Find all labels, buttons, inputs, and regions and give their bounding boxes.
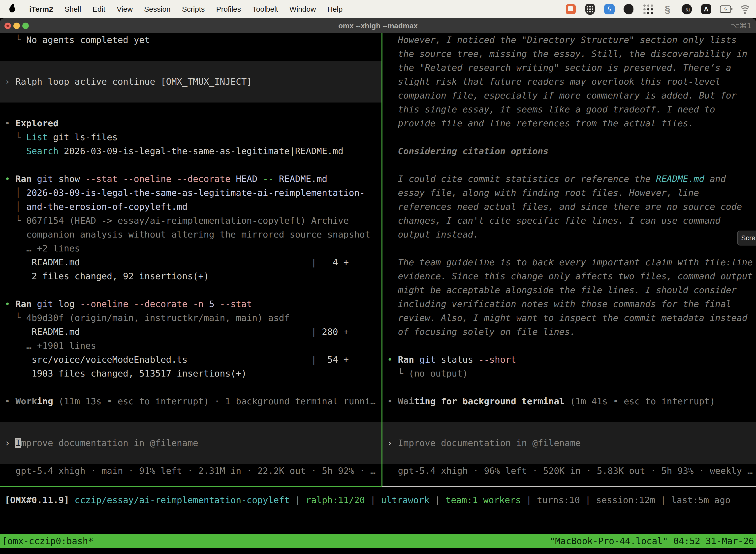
menu-item-iterm2[interactable]: iTerm2: [29, 5, 53, 13]
reasoning-heading: Considering citation options: [382, 144, 756, 158]
terminal-line: [0, 408, 381, 422]
terminal-line: • Ran git show --stat --oneline --decora…: [0, 172, 381, 186]
terminal-line: [382, 422, 756, 436]
menu-items: iTerm2 Shell Edit View Session Scripts P…: [29, 5, 342, 13]
terminal-line: the "Related research writing" section i…: [382, 61, 756, 75]
terminal-line: [0, 103, 381, 116]
omx-status-line: [OMX#0.11.9] cczip/essay/ai-reimplementa…: [0, 493, 756, 507]
battery-icon[interactable]: ϟ: [720, 3, 731, 15]
terminal-line: [0, 381, 381, 394]
terminal-line: [382, 408, 756, 422]
terminal-line: … +1901 lines: [0, 339, 381, 353]
terminal-line: Search 2026-03-09-is-legal-the-same-as-l…: [0, 144, 381, 158]
terminal-line: [382, 130, 756, 144]
terminal-line: including verification notes with those …: [382, 297, 756, 311]
terminal-line: • Ran git log --oneline --decorate -n 5 …: [0, 297, 381, 311]
terminal-line: might be acceptable alongside the file l…: [382, 283, 756, 297]
dots-grid-icon[interactable]: [642, 3, 654, 15]
terminal-line: However, I noticed the "Directory Struct…: [382, 33, 756, 47]
terminal-line: slight risk that future readers may over…: [382, 75, 756, 89]
terminal-line: The team guideline is to back every impo…: [382, 256, 756, 269]
right-pane: However, I noticed the "Directory Struct…: [382, 33, 756, 486]
window-titlebar: omx --xhigh --madmax ⌥⌘1: [0, 18, 756, 33]
terminal-line: [0, 158, 381, 172]
terminal-line: └ No agents completed yet: [0, 33, 381, 47]
prompt-input[interactable]: › Improve documentation in @filename: [382, 436, 756, 450]
wifi-icon[interactable]: [739, 3, 751, 15]
terminal-line: 1903 files changed, 513517 insertions(+): [0, 367, 381, 381]
terminal-line: README.md | 280 +: [0, 325, 381, 339]
terminal-line: evidence. Since this change only affects…: [382, 269, 756, 283]
terminal-line: [382, 381, 756, 394]
terminal-line: references need actual files, and since …: [382, 200, 756, 214]
terminal-line: companion file, especially if more comme…: [382, 89, 756, 103]
terminal-line: │ and-the-erosion-of-copyleft.md: [0, 200, 381, 214]
omx-status-bar: [OMX#0.11.9] cczip/essay/ai-reimplementa…: [0, 487, 756, 534]
tmux-status-bar: [omx-cczip0:bash* "MacBook-Pro-44.local"…: [0, 534, 756, 548]
terminal-line: [0, 47, 381, 61]
terminal-line: [0, 450, 381, 464]
lightning-app-icon[interactable]: ϟ: [604, 3, 615, 15]
terminal-line: the source tree, missing the essay. Stil…: [382, 47, 756, 61]
menu-item-scripts[interactable]: Scripts: [182, 5, 205, 13]
terminal-line: companion analysis without altering the …: [0, 228, 381, 241]
terminal-line: gpt-5.4 xhigh · 96% left · 520K in · 5.8…: [382, 464, 756, 478]
terminal-line: [382, 339, 756, 353]
menu-item-window[interactable]: Window: [290, 5, 316, 13]
terminal-line: src/voice/voiceModeEnabled.ts | 54 +: [0, 353, 381, 367]
left-pane: └ No agents completed yet› Ralph loop ac…: [0, 33, 381, 486]
terminal-line: 2 files changed, 92 insertions(+): [0, 269, 381, 283]
terminal-line: [0, 422, 381, 436]
status-icons: ϟ § ..61 A ϟ: [565, 3, 751, 15]
terminal-line: • Working (11m 13s • esc to interrupt) ·…: [0, 394, 381, 408]
tmux-session-label: [omx-cczip0:bash*: [0, 534, 93, 548]
menu-item-profiles[interactable]: Profiles: [216, 5, 241, 13]
apple-menu-icon[interactable]: [9, 6, 15, 12]
menu-item-edit[interactable]: Edit: [92, 5, 106, 13]
prompt-input[interactable]: › Improve documentation in @filename: [0, 436, 381, 450]
terminal-line: gpt-5.4 xhigh · main · 91% left · 2.31M …: [0, 464, 381, 478]
screen-notification[interactable]: Scre: [737, 231, 756, 245]
window-shortcut-badge: ⌥⌘1: [731, 21, 752, 30]
terminal-line: I could cite commit statistics or refere…: [382, 172, 756, 186]
terminal-line: └ 4b9d30f (origin/main, instructkr/main,…: [0, 311, 381, 325]
terminal-line: [0, 283, 381, 297]
squiggle-icon[interactable]: §: [662, 3, 673, 15]
keypad-shield-icon[interactable]: [584, 3, 596, 15]
terminal-line: changes, I can't cite specific file line…: [382, 214, 756, 228]
terminal-line: output instead.: [382, 228, 756, 241]
a-app-icon[interactable]: A: [700, 3, 712, 15]
terminal-line: └ 067f154 (HEAD -> essay/ai-reimplementa…: [0, 214, 381, 228]
menu-item-help[interactable]: Help: [327, 5, 343, 13]
terminal-line: • Waiting for background terminal (1m 41…: [382, 394, 756, 408]
menu-item-shell[interactable]: Shell: [64, 5, 81, 13]
terminal-line: of focusing solely on file lines.: [382, 325, 756, 339]
desktop: iTerm2 Shell Edit View Session Scripts P…: [0, 0, 756, 554]
terminal-line: [0, 89, 381, 103]
ralph-loop-banner: › Ralph loop active continue [OMX_TMUX_I…: [0, 75, 381, 89]
menu-bar: iTerm2 Shell Edit View Session Scripts P…: [0, 0, 756, 18]
terminal-line: review. Also, I might want to inspect th…: [382, 311, 756, 325]
terminal-line: essay file, along with finding root file…: [382, 186, 756, 200]
tmux-host-clock: "MacBook-Pro-44.local" 04:52 31-Mar-26: [550, 534, 756, 548]
terminal-line: … +2 lines: [0, 241, 381, 256]
terminal-line: └ List git ls-files: [0, 130, 381, 144]
menu-item-view[interactable]: View: [117, 5, 133, 13]
terminal-line: • Explored: [0, 116, 381, 130]
terminal-line: README.md | 4 +: [0, 256, 381, 269]
badge-61-icon[interactable]: ..61: [681, 3, 693, 15]
terminal-content: └ No agents completed yet› Ralph loop ac…: [0, 33, 756, 486]
window-title: omx --xhigh --madmax: [0, 21, 756, 30]
terminal-line: • Ran git status --short: [382, 353, 756, 367]
chat-icon[interactable]: [565, 3, 576, 15]
terminal-line: [0, 61, 381, 75]
menu-item-toolbelt[interactable]: Toolbelt: [252, 5, 278, 13]
moon-contrast-icon[interactable]: [623, 3, 634, 15]
terminal-line: [382, 158, 756, 172]
terminal-line: this single essay, it seems like a good …: [382, 103, 756, 116]
terminal-line: └ (no output): [382, 367, 756, 381]
terminal-line: [382, 241, 756, 256]
terminal-line: [382, 450, 756, 464]
terminal-line: │ 2026-03-09-is-legal-the-same-as-legiti…: [0, 186, 381, 200]
menu-item-session[interactable]: Session: [144, 5, 171, 13]
